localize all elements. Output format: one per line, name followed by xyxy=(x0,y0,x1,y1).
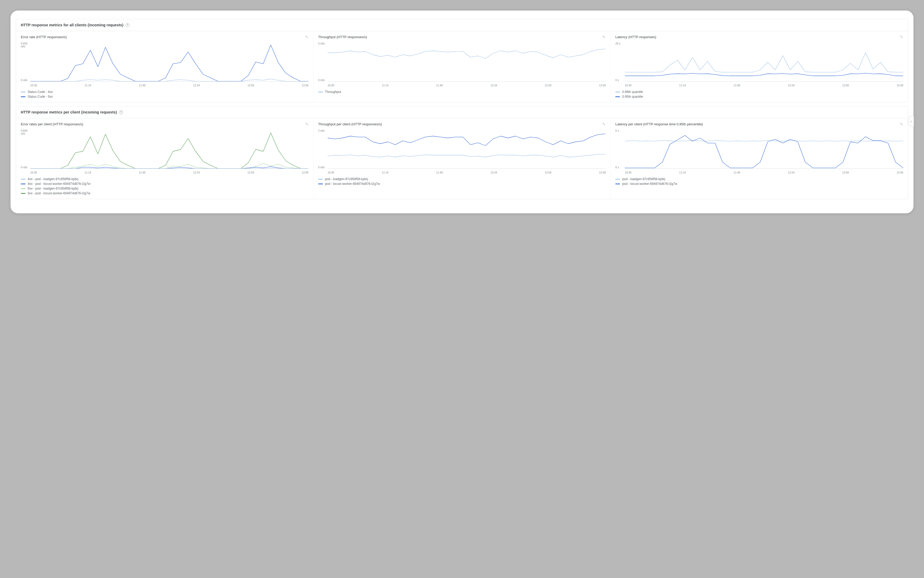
chart-card: Latency (HTTP responses) 20 s0 s10:3911:… xyxy=(610,31,908,102)
y-axis-max-label: 6 s xyxy=(615,129,619,132)
plot-area xyxy=(625,43,903,82)
y-axis-min-label: 0 s xyxy=(615,79,619,82)
chart-legend: pod - loadgen-97c958f58-kpbrjpod - locus… xyxy=(615,177,903,186)
chart-card: Error rate (HTTP responses/s) 0.650 rd/s… xyxy=(16,31,314,102)
legend-label: 4xx - pod - loadgen-97c958f58-kpbrj xyxy=(28,177,78,181)
section-per-client: HTTP response metrics per client (incomi… xyxy=(16,106,908,199)
x-axis-labels: 10:3911:1411:4912:2412:5913:39 xyxy=(625,171,903,174)
chart-title: Throughput per client (HTTP responses/s) xyxy=(318,122,382,126)
expand-icon[interactable] xyxy=(305,35,308,39)
legend-label: Status Code - 4xx xyxy=(28,90,53,94)
y-axis-max-label: 3 rd/s xyxy=(318,42,325,45)
y-axis-min-label: 0 s xyxy=(615,166,619,169)
legend-item[interactable]: 5xx - pod - loadgen-97c958f58-kpbrj xyxy=(21,187,308,190)
x-axis-tick: 12:24 xyxy=(788,84,795,87)
legend-item[interactable]: 4xx - pod - locust-worker-694974d876-t2g… xyxy=(21,182,308,186)
legend-item[interactable]: Status Code - 5xx xyxy=(21,95,308,99)
chart-title: Error rate (HTTP responses/s) xyxy=(21,35,67,39)
x-axis-tick: 13:39 xyxy=(896,171,903,174)
x-axis-tick: 11:49 xyxy=(139,84,146,87)
legend-item[interactable]: pod - loadgen-97c958f58-kpbrj xyxy=(318,177,606,181)
chart-body: 2 rd/s0 rd/s10:3911:1411:4912:2412:5913:… xyxy=(318,129,606,174)
x-axis-tick: 12:59 xyxy=(842,171,849,174)
chart-title: Latency (HTTP responses) xyxy=(615,35,656,39)
chart-card: Throughput per client (HTTP responses/s)… xyxy=(314,118,611,199)
plot-area xyxy=(328,43,606,82)
legend-label: 5xx - pod - locust-worker-694974d876-t2g… xyxy=(28,192,90,195)
expand-icon[interactable] xyxy=(602,35,605,39)
x-axis-labels: 10:3911:1411:4912:2412:5913:39 xyxy=(30,84,308,87)
legend-item[interactable]: Status Code - 4xx xyxy=(21,90,308,94)
x-axis-tick: 12:59 xyxy=(545,84,551,87)
x-axis-tick: 11:14 xyxy=(679,84,686,87)
chart-legend: 4xx - pod - loadgen-97c958f58-kpbrj4xx -… xyxy=(21,177,308,195)
legend-item[interactable]: 4xx - pod - loadgen-97c958f58-kpbrj xyxy=(21,177,308,181)
x-axis-tick: 12:59 xyxy=(248,84,254,87)
legend-label: Status Code - 5xx xyxy=(28,95,53,99)
x-axis-tick: 12:24 xyxy=(193,84,200,87)
x-axis-tick: 12:24 xyxy=(490,84,497,87)
legend-item[interactable]: 5xx - pod - locust-worker-694974d876-t2g… xyxy=(21,192,308,195)
help-icon[interactable]: ? xyxy=(126,23,129,27)
x-axis-tick: 12:24 xyxy=(193,171,200,174)
y-axis-min-label: 0 rd/s xyxy=(318,79,325,82)
x-axis-tick: 13:39 xyxy=(302,171,308,174)
chart-body: 6 s0 s10:3911:1411:4912:2412:5913:39 xyxy=(615,129,903,174)
legend-item[interactable]: pod - locust-worker-694974d876-t2g7w xyxy=(318,182,606,186)
dashboard-card: HTTP response metrics for all clients (i… xyxy=(11,11,913,213)
legend-item[interactable]: 0.99th quantile xyxy=(615,90,903,94)
section-title: HTTP response metrics for all clients (i… xyxy=(21,23,123,27)
chart-title: Throughput (HTTP responses/s) xyxy=(318,35,367,39)
legend-item[interactable]: pod - locust-worker-694974d876-t2g7w xyxy=(615,182,903,186)
plot-area xyxy=(30,43,308,82)
y-axis-max-label: 0.600 rd/s xyxy=(21,129,28,135)
expand-icon[interactable] xyxy=(305,122,308,126)
x-axis-tick: 10:39 xyxy=(30,84,37,87)
expand-icon[interactable] xyxy=(900,35,903,39)
x-axis-tick: 11:14 xyxy=(84,171,91,174)
x-axis-tick: 12:59 xyxy=(545,171,551,174)
x-axis-tick: 11:14 xyxy=(382,171,388,174)
legend-swatch xyxy=(615,179,620,180)
y-axis-min-label: 0 rd/s xyxy=(318,166,325,169)
chevron-left-icon: ‹ xyxy=(911,120,912,123)
y-axis-min-label: 0 rd/s xyxy=(21,166,28,169)
collapse-drawer-button[interactable]: ‹ xyxy=(908,116,914,127)
x-axis-labels: 10:3911:1411:4912:2412:5913:39 xyxy=(328,171,606,174)
chart-legend: 0.99th quantile0.95th quantile xyxy=(615,90,903,99)
legend-item[interactable]: 0.95th quantile xyxy=(615,95,903,99)
legend-label: 0.95th quantile xyxy=(622,95,643,99)
legend-swatch xyxy=(21,96,26,97)
section-header: HTTP response metrics for all clients (i… xyxy=(16,19,908,31)
x-axis-tick: 11:49 xyxy=(436,84,443,87)
section-header: HTTP response metrics per client (incomi… xyxy=(16,106,908,118)
expand-icon[interactable] xyxy=(602,122,605,126)
legend-swatch xyxy=(21,179,26,180)
legend-item[interactable]: pod - loadgen-97c958f58-kpbrj xyxy=(615,177,903,181)
legend-swatch xyxy=(21,92,26,93)
x-axis-tick: 12:24 xyxy=(490,171,497,174)
chart-card: Throughput (HTTP responses/s) 3 rd/s0 rd… xyxy=(314,31,611,102)
legend-swatch xyxy=(21,193,26,194)
x-axis-labels: 10:3911:1411:4912:2412:5913:39 xyxy=(30,171,308,174)
x-axis-tick: 11:14 xyxy=(84,84,91,87)
x-axis-tick: 12:59 xyxy=(248,171,254,174)
legend-item[interactable]: Throughput xyxy=(318,90,606,94)
legend-label: pod - loadgen-97c958f58-kpbrj xyxy=(622,177,665,181)
plot-area xyxy=(30,130,308,169)
chart-card: Latency per client (HTTP response time 0… xyxy=(610,118,908,199)
legend-swatch xyxy=(318,179,323,180)
chart-title: Latency per client (HTTP response time 0… xyxy=(615,122,703,126)
x-axis-tick: 10:39 xyxy=(625,171,631,174)
legend-label: Throughput xyxy=(325,90,341,94)
chart-legend: Throughput xyxy=(318,90,606,94)
chart-body: 0.650 rd/s0 rd/s10:3911:1411:4912:2412:5… xyxy=(21,42,308,87)
help-icon[interactable]: ? xyxy=(119,110,123,114)
x-axis-tick: 13:39 xyxy=(896,84,903,87)
x-axis-tick: 11:49 xyxy=(733,84,740,87)
legend-label: pod - loadgen-97c958f58-kpbrj xyxy=(325,177,368,181)
section-title: HTTP response metrics per client (incomi… xyxy=(21,110,117,114)
x-axis-labels: 10:3911:1411:4912:2412:5913:39 xyxy=(328,84,606,87)
expand-icon[interactable] xyxy=(900,122,903,126)
chart-card: Error rates per client (HTTP responses/s… xyxy=(16,118,314,199)
